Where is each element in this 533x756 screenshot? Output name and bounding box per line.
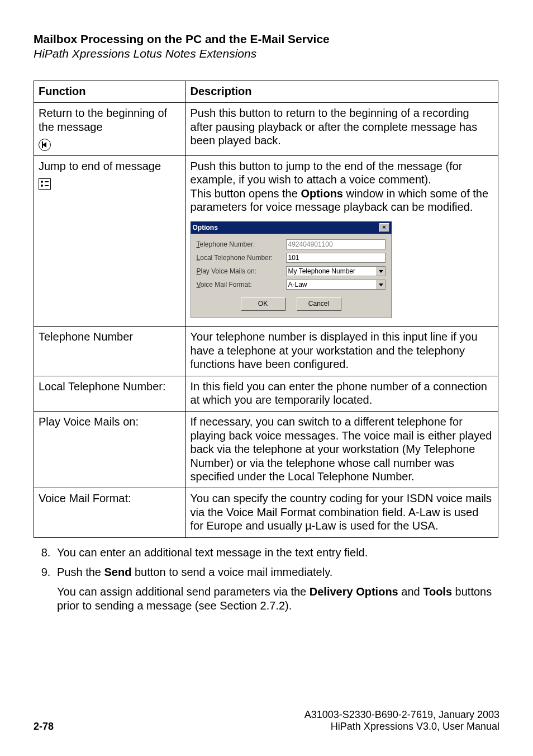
col-header-function: Function bbox=[34, 81, 186, 103]
voice-format-label: Voice Mail Format: bbox=[197, 281, 286, 289]
desc-bold: Options bbox=[301, 187, 343, 200]
cell-function: Play Voice Mails on: bbox=[34, 412, 186, 488]
cell-description: Your telephone number is displayed in th… bbox=[185, 327, 498, 376]
text-bold: Tools bbox=[423, 585, 452, 598]
table-row: Telephone Number Your telephone number i… bbox=[34, 327, 498, 376]
options-icon bbox=[39, 178, 51, 190]
numbered-steps: You can enter an additional text message… bbox=[34, 546, 499, 579]
cell-description: You can specify the country coding for y… bbox=[185, 488, 498, 537]
play-voice-label: Play Voice Mails on: bbox=[197, 267, 286, 276]
voice-format-select[interactable] bbox=[286, 280, 377, 290]
dialog-row-telephone: Telephone Number: bbox=[197, 239, 386, 249]
play-voice-select[interactable] bbox=[286, 266, 377, 276]
rewind-icon bbox=[39, 139, 51, 151]
page-subheading: HiPath Xpressions Lotus Notes Extensions bbox=[34, 47, 499, 60]
cell-description: In this field you can enter the phone nu… bbox=[185, 376, 498, 412]
function-label: Jump to end of message bbox=[39, 160, 161, 172]
ok-button[interactable]: OK bbox=[241, 297, 285, 311]
chevron-down-icon[interactable] bbox=[377, 266, 386, 276]
dialog-row-play-voice: Play Voice Mails on: bbox=[197, 266, 386, 276]
dialog-row-local-telephone: Local Telephone Number: bbox=[197, 253, 386, 263]
dialog-row-voice-format: Voice Mail Format: bbox=[197, 280, 386, 290]
table-row: Jump to end of message Push this button … bbox=[34, 155, 498, 327]
doc-id: A31003-S2330-B690-2-7619, January 2003 bbox=[304, 709, 499, 721]
dialog-titlebar: Options × bbox=[191, 221, 392, 234]
list-item: You can enter an additional text message… bbox=[54, 546, 499, 560]
table-row: Local Telephone Number: In this field yo… bbox=[34, 376, 498, 412]
text-bold: Delivery Options bbox=[310, 585, 398, 598]
table-row: Voice Mail Format: You can specify the c… bbox=[34, 488, 498, 537]
cell-description: Push this button to return to the beginn… bbox=[185, 103, 498, 156]
cell-function: Local Telephone Number: bbox=[34, 376, 186, 412]
table-row: Play Voice Mails on: If necessary, you c… bbox=[34, 412, 498, 488]
page-heading: Mailbox Processing on the PC and the E-M… bbox=[34, 32, 499, 46]
telephone-label: Telephone Number: bbox=[197, 240, 286, 249]
list-item: Push the Send button to send a voice mai… bbox=[54, 565, 499, 579]
local-telephone-label: Local Telephone Number: bbox=[197, 254, 286, 262]
cell-description: Push this button to jump to the end of t… bbox=[185, 155, 498, 327]
table-row: Return to the beginning of the message P… bbox=[34, 103, 498, 156]
telephone-input[interactable] bbox=[286, 239, 386, 249]
page-footer: 2-78 A31003-S2330-B690-2-7619, January 2… bbox=[34, 709, 499, 733]
col-header-description: Description bbox=[185, 81, 498, 103]
table-header-row: Function Description bbox=[34, 81, 498, 103]
function-label: Return to the beginning of the message bbox=[39, 107, 167, 133]
text-bold: Send bbox=[104, 566, 132, 578]
cell-function: Voice Mail Format: bbox=[34, 488, 186, 537]
dialog-body: Telephone Number: Local Telephone Number… bbox=[191, 234, 392, 318]
cancel-button[interactable]: Cancel bbox=[297, 297, 341, 311]
local-telephone-input[interactable] bbox=[286, 253, 386, 263]
text: and bbox=[398, 585, 423, 598]
options-dialog: Options × Telephone Number: Local Teleph… bbox=[191, 221, 392, 318]
cell-function: Jump to end of message bbox=[34, 155, 186, 327]
cell-description: If necessary, you can switch to a differ… bbox=[185, 412, 498, 488]
paragraph: You can assign additional send parameter… bbox=[57, 585, 499, 613]
page-number: 2-78 bbox=[34, 721, 54, 733]
dialog-title-text: Options bbox=[193, 224, 218, 232]
function-table: Function Description Return to the begin… bbox=[34, 81, 498, 538]
text: Push the bbox=[57, 566, 104, 578]
chevron-down-icon[interactable] bbox=[377, 280, 386, 290]
text: You can assign additional send parameter… bbox=[57, 585, 310, 598]
close-icon[interactable]: × bbox=[379, 223, 389, 232]
text: button to send a voice mail immediately. bbox=[131, 566, 332, 578]
cell-function: Telephone Number bbox=[34, 327, 186, 376]
doc-title: HiPath Xpressions V3.0, User Manual bbox=[304, 721, 499, 733]
cell-function: Return to the beginning of the message bbox=[34, 103, 186, 156]
